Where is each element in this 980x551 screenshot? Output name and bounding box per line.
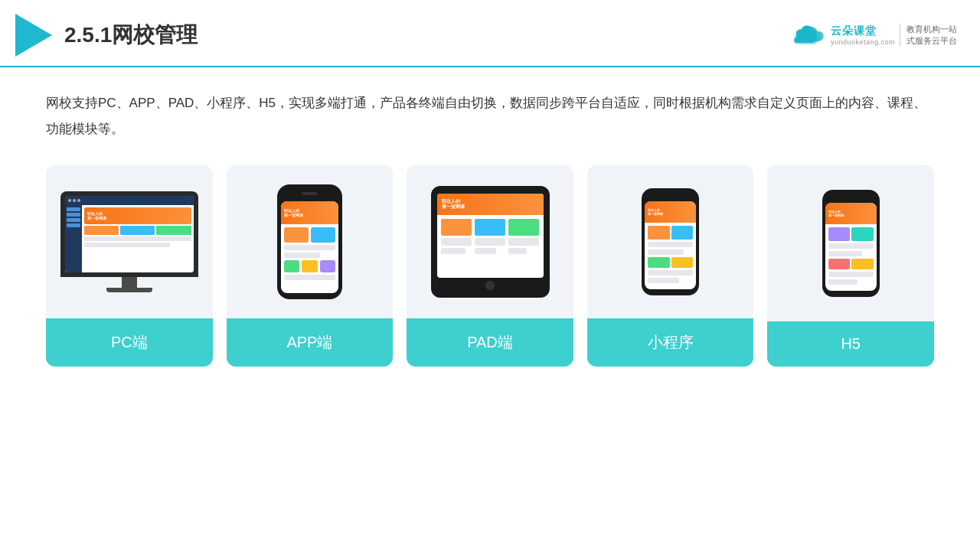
card-h5-label: H5 xyxy=(767,321,934,367)
cloud-svg-icon xyxy=(788,22,826,49)
description-text: 网校支持PC、APP、PAD、小程序、H5，实现多端打通，产品各终端自由切换，数… xyxy=(46,90,934,142)
card-pad-image: 职达人的第一堂网课 xyxy=(407,165,573,318)
brand-url: yunduoketang.com xyxy=(831,38,895,46)
card-app-label: APP端 xyxy=(227,318,394,367)
card-h5: 职达人的第一堂网课 xyxy=(767,165,934,367)
brand-name: 云朵课堂 xyxy=(831,24,877,38)
brand-text: 云朵课堂 yunduoketang.com xyxy=(831,24,895,46)
logo-icon xyxy=(15,14,52,57)
card-app-image: 职达人的第一堂网课 xyxy=(227,165,394,318)
miniprogram-phone-icon: 职达人的第一堂网课 xyxy=(642,188,699,295)
h5-phone-icon: 职达人的第一堂网课 xyxy=(822,190,880,297)
cards-section: 职达人的第一堂网课 xyxy=(46,165,934,367)
header-left: 2.5.1网校管理 xyxy=(15,14,198,57)
card-pad: 职达人的第一堂网课 xyxy=(407,165,573,367)
card-pc-label: PC端 xyxy=(46,318,213,367)
card-pad-label: PAD端 xyxy=(407,318,573,367)
svg-point-3 xyxy=(808,29,817,38)
header: 2.5.1网校管理 云朵课堂 yunduoketang.com 教育机构一站式服… xyxy=(0,0,980,67)
card-miniprogram: 职达人的第一堂网课 xyxy=(587,165,754,367)
brand-tagline: 教育机构一站式服务云平台 xyxy=(900,24,957,47)
pad-tablet-icon: 职达人的第一堂网课 xyxy=(431,186,550,298)
pc-monitor-icon: 职达人的第一堂网课 xyxy=(60,191,198,292)
card-miniprogram-image: 职达人的第一堂网课 xyxy=(587,165,754,318)
brand-logo: 云朵课堂 yunduoketang.com 教育机构一站式服务云平台 xyxy=(788,22,957,49)
card-app: 职达人的第一堂网课 xyxy=(227,165,394,367)
card-pc-image: 职达人的第一堂网课 xyxy=(46,165,213,318)
card-h5-image: 职达人的第一堂网课 xyxy=(767,165,934,321)
app-phone-icon: 职达人的第一堂网课 xyxy=(275,184,344,299)
header-right: 云朵课堂 yunduoketang.com 教育机构一站式服务云平台 xyxy=(788,22,957,49)
main-content: 网校支持PC、APP、PAD、小程序、H5，实现多端打通，产品各终端自由切换，数… xyxy=(0,67,980,382)
page-title: 2.5.1网校管理 xyxy=(64,21,198,50)
card-miniprogram-label: 小程序 xyxy=(587,318,754,367)
svg-rect-4 xyxy=(794,37,815,43)
card-pc: 职达人的第一堂网课 xyxy=(46,165,213,367)
